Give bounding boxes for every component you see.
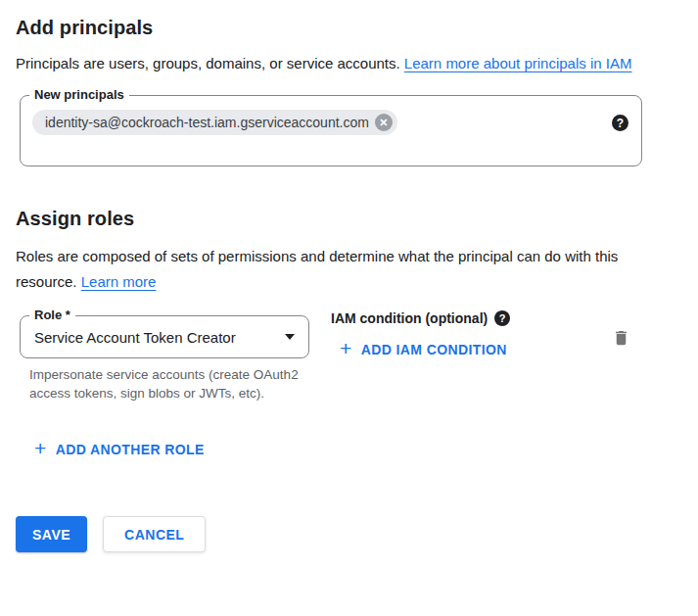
new-principals-help-icon[interactable]: ? [612,115,628,131]
iam-condition-header: IAM condition (optional) ? [331,310,510,326]
principal-chip: identity-sa@cockroach-test.iam.gservicea… [32,110,397,135]
role-helper-text: Impersonate service accounts (create OAu… [29,366,305,403]
assign-roles-title: Assign roles [16,207,682,230]
principal-chip-text: identity-sa@cockroach-test.iam.gservicea… [45,115,369,130]
delete-role-button[interactable] [608,323,634,353]
role-column: Role * Service Account Token Creator Imp… [20,315,309,403]
iam-condition-label: IAM condition (optional) [331,310,488,326]
role-select[interactable]: Role * Service Account Token Creator [20,315,309,358]
new-principals-field[interactable]: New principals identity-sa@cockroach-tes… [20,95,642,166]
role-row: Role * Service Account Token Creator Imp… [16,315,682,403]
chip-remove-icon[interactable]: ✕ [375,114,393,131]
plus-icon: + [340,338,352,358]
page-title: Add principals [16,16,682,39]
role-label: Role * [29,308,75,322]
action-buttons: SAVE CANCEL [16,516,682,552]
add-iam-condition-button[interactable]: + ADD IAM CONDITION [340,339,507,359]
delete-column [608,315,634,353]
roles-description: Roles are composed of sets of permission… [16,244,652,295]
learn-more-principals-link[interactable]: Learn more about principals in IAM [404,55,632,71]
principals-description-text: Principals are users, groups, domains, o… [16,55,404,71]
cancel-button[interactable]: CANCEL [103,516,206,552]
add-another-role-label: ADD ANOTHER ROLE [56,442,205,457]
add-principals-panel: Add principals Principals are users, gro… [0,16,698,552]
dropdown-arrow-icon [285,334,295,340]
iam-condition-help-icon[interactable]: ? [494,310,510,326]
learn-more-roles-link[interactable]: Learn more [81,273,157,290]
new-principals-label: New principals [29,87,129,102]
add-another-role-button[interactable]: + ADD ANOTHER ROLE [34,439,205,459]
plus-icon: + [34,438,47,458]
iam-condition-column: IAM condition (optional) ? + ADD IAM CON… [331,315,510,360]
trash-icon [612,337,630,352]
add-iam-condition-label: ADD IAM CONDITION [361,342,507,357]
role-selected-value: Service Account Token Creator [34,329,236,346]
principals-description: Principals are users, groups, domains, o… [16,51,652,76]
save-button[interactable]: SAVE [16,516,87,552]
